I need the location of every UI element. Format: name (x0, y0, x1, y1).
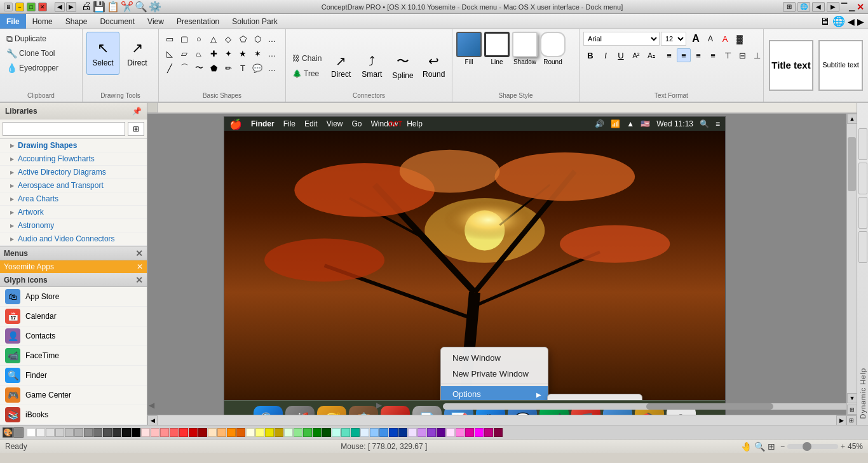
nav-back[interactable]: ◀ (55, 2, 65, 12)
lib-item-area-charts[interactable]: Area Charts (0, 192, 147, 206)
ctx-options[interactable]: Options ▶ (441, 386, 548, 400)
nav-forward[interactable]: ▶ (66, 2, 76, 12)
mac-menu-edit[interactable]: Edit (304, 119, 318, 128)
swatch-mid-red[interactable] (170, 428, 179, 437)
mac-menu-view[interactable]: View (327, 119, 343, 128)
hscroll-track[interactable] (158, 415, 836, 425)
shape-parallelogram[interactable]: ▱ (177, 46, 191, 60)
mac-menu-help[interactable]: Help (407, 119, 423, 128)
shape-hexagon[interactable]: ⬡ (250, 32, 264, 46)
swatch-light-purple[interactable] (417, 428, 426, 437)
web-icon[interactable]: 🌐 (832, 15, 845, 27)
shape-more3[interactable]: … (265, 61, 279, 75)
glyph-item-contacts[interactable]: 👤 Contacts (0, 326, 147, 346)
shape-star4[interactable]: ✦ (221, 46, 235, 60)
lib-item-av-connectors[interactable]: Audio and Video Connectors (0, 232, 147, 246)
tile-icon[interactable]: ⊞ (783, 2, 796, 12)
shape-rect[interactable]: ▭ (163, 32, 177, 46)
swatch-peach[interactable] (208, 428, 217, 437)
libraries-search-input[interactable] (3, 122, 125, 136)
swatch-red[interactable] (179, 428, 188, 437)
shadow-swatch[interactable] (512, 32, 538, 57)
superscript-btn[interactable]: A² (629, 48, 643, 62)
swatch-light-magenta[interactable] (446, 428, 455, 437)
lib-item-accounting[interactable]: Accounting Flowcharts (0, 152, 147, 166)
yosemite-apps-item[interactable]: Yosemite Apps ✕ (0, 260, 147, 273)
swatch-dark-gray2[interactable] (112, 428, 121, 437)
menu-file[interactable]: File (0, 14, 26, 29)
swatch-light-gray2[interactable] (46, 428, 55, 437)
swatch-mid-green[interactable] (294, 428, 302, 437)
maximize-button[interactable]: □ (27, 3, 36, 11)
right-expand-btn[interactable] (858, 128, 867, 160)
hscroll-right-btn[interactable]: ▶ (836, 415, 846, 425)
eyedropper-button[interactable]: 💧 Eyedropper (4, 61, 61, 75)
glyph-item-facetime[interactable]: 📹 FaceTime (0, 346, 147, 366)
menu-document[interactable]: Document (93, 14, 141, 29)
zoom-slider[interactable] (787, 444, 838, 449)
shape-curve[interactable]: 〜 (192, 61, 206, 75)
nav-next-icon[interactable]: ▶ (857, 17, 864, 27)
libraries-pin-icon[interactable]: 📌 (132, 107, 142, 116)
apple-icon[interactable]: 🍎 (229, 118, 242, 130)
shape-line[interactable]: ╱ (163, 61, 177, 75)
swatch-light-yellow[interactable] (246, 428, 255, 437)
canvas-scroll-right[interactable]: ▶ (376, 401, 382, 410)
font-family-select[interactable]: Arial (583, 32, 660, 46)
subtitle-text-button[interactable]: Subtitle text (818, 40, 863, 91)
mac-menu-finder[interactable]: Finder (251, 119, 275, 128)
menus-close-btn[interactable]: ✕ (135, 248, 143, 258)
swatch-lavender[interactable] (408, 428, 417, 437)
shape-star6[interactable]: ✶ (250, 46, 264, 60)
scroll-resize-btn[interactable]: ⊞ (847, 405, 857, 415)
scroll-up-btn[interactable]: ▲ (847, 114, 857, 124)
title-text-button[interactable]: Title text (769, 40, 813, 91)
minimize-button[interactable]: − (15, 3, 24, 11)
swatch-black[interactable] (132, 428, 140, 437)
fit-page-icon[interactable]: ⊞ (768, 441, 775, 452)
shape-cross[interactable]: ✚ (207, 46, 220, 60)
swatch-dark-magenta[interactable] (465, 428, 474, 437)
glyph-item-ibooks[interactable]: 📚 iBooks (0, 405, 147, 425)
connector-spline-button[interactable]: 〜 Spline (389, 44, 417, 88)
vertical-scrollbar[interactable]: ▲ ▼ ⊞ (846, 114, 857, 415)
glyph-item-finder[interactable]: 🔍 Finder (0, 366, 147, 386)
chain-button[interactable]: ⛓ Chain (290, 51, 324, 65)
vscroll-track[interactable] (847, 124, 857, 393)
swatch-blue[interactable] (379, 428, 388, 437)
swatch-white[interactable] (27, 428, 36, 437)
swatch-gray5[interactable] (93, 428, 102, 437)
font-highlight-btn[interactable]: ▓ (733, 32, 747, 46)
shape-arc[interactable]: ⌒ (177, 61, 191, 75)
select-button[interactable]: ↖ Select (86, 32, 119, 75)
swatch-purple[interactable] (427, 428, 436, 437)
tree-button[interactable]: 🌲 Tree (290, 67, 324, 81)
shape-triangle[interactable]: △ (207, 32, 220, 46)
palette-control-btn[interactable]: 🎨 (3, 427, 13, 438)
lib-item-aerospace[interactable]: Aerospace and Transport (0, 179, 147, 192)
swatch-dark-red[interactable] (189, 428, 198, 437)
decrease-font-btn[interactable]: A (703, 32, 717, 46)
subscript-btn[interactable]: A₂ (644, 48, 658, 62)
glyph-item-gamecenter[interactable]: 🎮 Game Center (0, 386, 147, 405)
dock-calendar[interactable]: OCT 22 (381, 406, 410, 415)
hscroll-left-btn[interactable]: ◀ (147, 415, 158, 425)
nav-prev-icon[interactable]: ◀ (848, 17, 855, 27)
close-button[interactable]: ✕ (38, 3, 47, 11)
swatch-sky-blue[interactable] (370, 428, 379, 437)
lib-item-astronomy[interactable]: Astronomy (0, 219, 147, 232)
shape-freehand[interactable]: ✏ (221, 61, 235, 75)
connector-smart-button[interactable]: ⤴ Smart (358, 44, 386, 88)
swatch-gray4[interactable] (84, 428, 93, 437)
canvas-area[interactable]: 🍎 Finder File Edit View Go Window Help 🔊… (147, 114, 846, 415)
shape-star5[interactable]: ★ (236, 46, 250, 60)
zoom-thumb[interactable] (803, 442, 811, 451)
ctx-keep-in-dock[interactable]: ✓Keep in Dock (548, 397, 642, 400)
zoom-increase-btn[interactable]: + (841, 442, 845, 451)
monitor-icon[interactable]: 🖥 (820, 16, 830, 27)
shape-callout[interactable]: 💬 (250, 61, 264, 75)
swatch-teal[interactable] (341, 428, 350, 437)
swatch-light-green[interactable] (284, 428, 293, 437)
italic-button[interactable]: I (599, 48, 613, 62)
swatch-gray3[interactable] (74, 428, 83, 437)
